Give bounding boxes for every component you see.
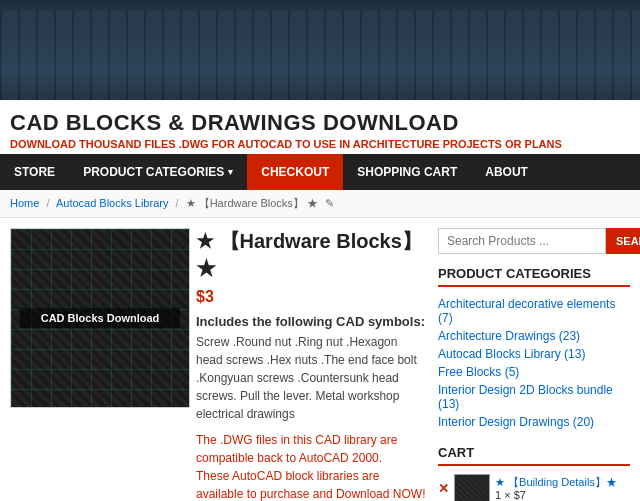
- product-title: ★ 【Hardware Blocks】★: [196, 228, 426, 282]
- list-item: Architectural decorative elements (7): [438, 295, 630, 327]
- cart-title: CART: [438, 445, 630, 466]
- chevron-down-icon: ▾: [228, 167, 233, 177]
- category-link-2[interactable]: Architecture Drawings (23): [438, 329, 580, 343]
- site-title: CAD BLOCKS & DRAWINGS DOWNLOAD: [10, 110, 630, 136]
- hero-banner: [0, 0, 640, 100]
- breadcrumb-sep-2: /: [175, 197, 178, 209]
- breadcrumb: Home / Autocad Blocks Library / ★ 【Hardw…: [0, 190, 640, 218]
- cart-item-1: ✕ ★ 【Building Details】★ 1 × $7: [438, 474, 630, 501]
- product-includes-heading: Includes the following CAD symbols:: [196, 314, 426, 329]
- product-categories-title: PRODUCT CATEGORIES: [438, 266, 630, 287]
- product-warning-line2: These AutoCAD block libraries are availa…: [196, 469, 425, 501]
- list-item: Autocad Blocks Library (13): [438, 345, 630, 363]
- cart-item-qty-price-1: 1 × $7: [495, 489, 630, 501]
- cart-item-info-1: ★ 【Building Details】★ 1 × $7: [495, 475, 630, 501]
- cart-item-name-1[interactable]: ★ 【Building Details】★: [495, 475, 630, 489]
- list-item: Free Blocks (5): [438, 363, 630, 381]
- list-item: Interior Design 2D Blocks bundle (13): [438, 381, 630, 413]
- product-description: Screw .Round nut .Ring nut .Hexagon head…: [196, 333, 426, 423]
- product-main-image: CAD Blocks Download: [10, 228, 190, 408]
- product-detail: ★ 【Hardware Blocks】★ $3 Includes the fol…: [196, 228, 426, 501]
- product-warning: The .DWG files in this CAD library are c…: [196, 431, 426, 501]
- cart-section: CART ✕ ★ 【Building Details】★ 1 × $7 ✕ ★ …: [438, 445, 630, 501]
- site-subtitle: DOWNLOAD THOUSAND FILES .DWG FOR AUTOCAD…: [10, 138, 630, 150]
- breadcrumb-star2-icon: ★: [307, 197, 318, 209]
- list-item: Architecture Drawings (23): [438, 327, 630, 345]
- breadcrumb-edit-icon: ✎: [325, 197, 334, 209]
- category-link-1[interactable]: Architectural decorative elements (7): [438, 297, 615, 325]
- breadcrumb-star-icon: ★: [186, 197, 196, 209]
- search-input[interactable]: [438, 228, 606, 254]
- product-area: CAD Blocks Download ★ 【Hardware Blocks】★…: [10, 228, 426, 501]
- cart-price-1: $7: [514, 489, 526, 501]
- main-nav: STORE PRODUCT CATEGORIES ▾ CHECKOUT SHOP…: [0, 154, 640, 190]
- breadcrumb-current: 【Hardware Blocks】: [199, 197, 304, 209]
- category-link-3[interactable]: Autocad Blocks Library (13): [438, 347, 585, 361]
- breadcrumb-home[interactable]: Home: [10, 197, 39, 209]
- cart-thumb-1: [454, 474, 490, 501]
- nav-shopping-cart[interactable]: SHOPPING CART: [343, 154, 471, 190]
- list-item: Interior Design Drawings (20): [438, 413, 630, 431]
- search-bar: SEARCH: [438, 228, 630, 254]
- site-title-bar: CAD BLOCKS & DRAWINGS DOWNLOAD DOWNLOAD …: [0, 100, 640, 154]
- nav-about[interactable]: ABOUT: [471, 154, 542, 190]
- cart-remove-1[interactable]: ✕: [438, 481, 449, 496]
- main-layout: CAD Blocks Download ★ 【Hardware Blocks】★…: [0, 218, 640, 501]
- search-button[interactable]: SEARCH: [606, 228, 640, 254]
- product-price: $3: [196, 288, 426, 306]
- category-link-4[interactable]: Free Blocks (5): [438, 365, 519, 379]
- category-link-6[interactable]: Interior Design Drawings (20): [438, 415, 594, 429]
- sidebar: SEARCH PRODUCT CATEGORIES Architectural …: [438, 228, 630, 501]
- category-link-5[interactable]: Interior Design 2D Blocks bundle (13): [438, 383, 613, 411]
- nav-product-categories[interactable]: PRODUCT CATEGORIES ▾: [69, 154, 247, 190]
- hero-buildings: [0, 10, 640, 100]
- product-images-row: CAD Blocks Download ★ 【Hardware Blocks】★…: [10, 228, 426, 501]
- nav-store[interactable]: STORE: [0, 154, 69, 190]
- category-list: Architectural decorative elements (7) Ar…: [438, 295, 630, 431]
- breadcrumb-library[interactable]: Autocad Blocks Library: [56, 197, 169, 209]
- product-warning-line1: The .DWG files in this CAD library are c…: [196, 433, 397, 465]
- nav-checkout[interactable]: CHECKOUT: [247, 154, 343, 190]
- cart-qty-1: 1: [495, 489, 501, 501]
- product-image-label: CAD Blocks Download: [20, 308, 180, 328]
- breadcrumb-sep-1: /: [46, 197, 49, 209]
